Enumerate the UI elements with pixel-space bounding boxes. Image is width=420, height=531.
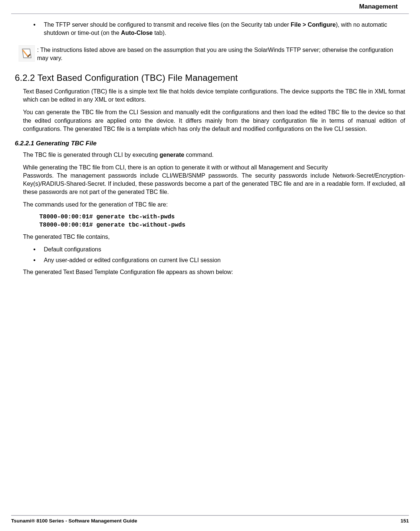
divider-top bbox=[11, 13, 409, 14]
text-part: command. bbox=[184, 152, 214, 158]
body-paragraph: While generating the TBC file from CLI, … bbox=[15, 164, 405, 172]
footer-guide-title: Tsunami® 8100 Series - Software Manageme… bbox=[11, 518, 137, 524]
note-text: : The instructions listed above are base… bbox=[37, 45, 405, 62]
page-header: Management bbox=[7, 0, 413, 13]
bold-text: File > Configure bbox=[291, 22, 336, 28]
bullet-list-contains: • Default configurations • Any user-adde… bbox=[15, 245, 405, 264]
text-part: tab). bbox=[152, 30, 166, 36]
bullet-marker: • bbox=[33, 21, 44, 29]
code-line: T8000-00:00:01# generate tbc-with-pwds bbox=[39, 213, 405, 221]
body-paragraph: Passwords. The management passwords incl… bbox=[15, 172, 405, 196]
list-item-text: Default configurations bbox=[44, 245, 101, 254]
divider-bottom bbox=[11, 515, 409, 516]
section-heading: 6.2.2 Text Based Configuration (TBC) Fil… bbox=[15, 73, 405, 83]
body-paragraph: Text Based Configuration (TBC) file is a… bbox=[15, 88, 405, 104]
sub-heading: 6.2.2.1 Generating TBC File bbox=[15, 140, 405, 147]
note-block: : The instructions listed above are base… bbox=[15, 45, 405, 62]
body-paragraph: You can generate the TBC file from the C… bbox=[15, 108, 405, 133]
note-icon bbox=[19, 45, 35, 62]
bullet-list-tftp: • The TFTP server should be configured t… bbox=[15, 21, 405, 37]
body-paragraph: The TBC file is generated through CLI by… bbox=[15, 151, 405, 159]
text-part: The TFTP server should be configured to … bbox=[44, 22, 291, 28]
page-footer: Tsunami® 8100 Series - Software Manageme… bbox=[0, 515, 420, 524]
body-paragraph: The commands used for the generation of … bbox=[15, 201, 405, 209]
list-item-text: Any user-added or edited configurations … bbox=[44, 256, 221, 264]
body-paragraph: The generated Text Based Template Config… bbox=[15, 268, 405, 276]
list-item: • The TFTP server should be configured t… bbox=[33, 21, 405, 37]
page-content: • The TFTP server should be configured t… bbox=[7, 21, 413, 276]
list-item: • Default configurations bbox=[33, 245, 405, 254]
bullet-marker: • bbox=[33, 245, 44, 254]
bold-text: generate bbox=[160, 152, 184, 158]
bullet-marker: • bbox=[33, 256, 44, 264]
list-item-text: The TFTP server should be configured to … bbox=[44, 21, 405, 37]
bold-text: Auto-Close bbox=[121, 30, 152, 36]
text-part: The TBC file is generated through CLI by… bbox=[23, 152, 160, 158]
code-line: T8000-00:00:01# generate tbc-without-pwd… bbox=[39, 221, 405, 230]
list-item: • Any user-added or edited configuration… bbox=[33, 256, 405, 264]
body-paragraph: The generated TBC file contains, bbox=[15, 233, 405, 241]
code-block: T8000-00:00:01# generate tbc-with-pwds T… bbox=[15, 213, 405, 229]
footer-page-number: 151 bbox=[400, 518, 409, 524]
